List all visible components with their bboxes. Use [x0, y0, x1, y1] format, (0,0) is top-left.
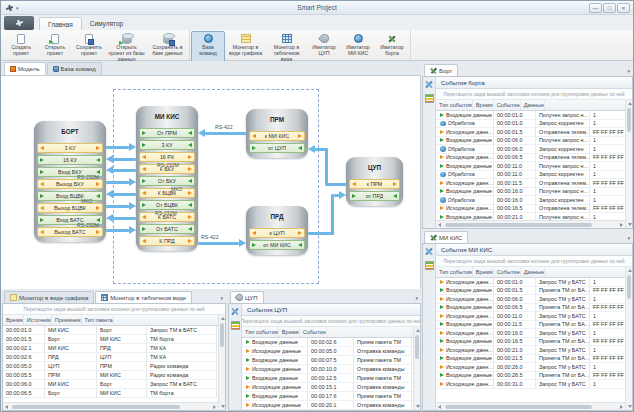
- group-by-hint[interactable]: Перетащите сюда мышкой заголовок колонки…: [436, 89, 632, 100]
- column-header[interactable]: Источник: [24, 315, 52, 325]
- quick-access-caret-icon[interactable]: ▾: [16, 5, 19, 11]
- block-port-row[interactable]: От БЦВК: [139, 200, 195, 210]
- tab-mikis[interactable]: МИ КИС: [424, 231, 468, 243]
- vertical-scrollbar[interactable]: [625, 267, 632, 410]
- column-header[interactable]: Приемник: [52, 315, 82, 325]
- event-row[interactable]: Исходящие данн... 00:00:21.0 Запрос ТМ у…: [436, 346, 625, 355]
- event-row[interactable]: Входящие данные 00:00:07.5 Прием пакета …: [242, 356, 413, 365]
- event-row[interactable]: Входящие данные 00:00:02.6 Прием пакета …: [242, 338, 413, 347]
- group-by-hint[interactable]: Перетащите сюда мышкой заголовок колонки…: [3, 304, 225, 315]
- event-row[interactable]: Исходящие данные 00:00:20.1 Отправка ком…: [242, 401, 413, 410]
- save-to-db-button[interactable]: Сохранить в базе данных: [147, 31, 188, 64]
- column-header[interactable]: Тип события: [436, 267, 473, 277]
- event-row[interactable]: Обработка 00:00:11.0 Запрос корректен 1: [436, 171, 625, 180]
- scrollbar-thumb[interactable]: [12, 405, 180, 409]
- graph-monitor-button[interactable]: Монитор в виде графика: [225, 31, 266, 64]
- ribbon-tab-glavnaya[interactable]: Главная: [39, 17, 82, 30]
- column-header[interactable]: Тип события: [242, 327, 279, 337]
- block-port-row[interactable]: 3 КУ: [37, 143, 103, 153]
- event-row[interactable]: Исходящие данн... 00:00:01.5 Отправлена …: [436, 128, 625, 137]
- application-menu-button[interactable]: [4, 16, 34, 30]
- dropdown-caret-icon[interactable]: ▾: [415, 295, 418, 301]
- block-port-row[interactable]: Выход БКУ: [37, 179, 103, 189]
- event-row[interactable]: Входящие данные 00:00:06.0 Получен запро…: [436, 137, 625, 146]
- scrollbar-thumb[interactable]: [415, 335, 419, 359]
- event-row[interactable]: Входящие данные 00:00:21.5 Принята ТМ от…: [436, 355, 625, 364]
- maximize-button[interactable]: □: [603, 3, 616, 13]
- packet-row[interactable]: 00:00:06.0 МИ КИС Борт Запрос ТМ в БАТС: [3, 380, 218, 389]
- board-simulator-button[interactable]: Имитатор борта: [375, 31, 409, 64]
- close-button[interactable]: ×: [617, 3, 630, 13]
- tab-bort[interactable]: Борт: [424, 64, 458, 76]
- event-row[interactable]: Исходящие данн... 00:00:16.5 Отправлена …: [436, 205, 625, 214]
- block-port-row[interactable]: К ПРД: [139, 236, 195, 246]
- horizontal-scrollbar[interactable]: [436, 402, 625, 410]
- scrollbar-thumb[interactable]: [445, 223, 592, 227]
- block-port-row[interactable]: 16 РК: [139, 152, 195, 162]
- scrollbar-thumb[interactable]: [627, 108, 631, 132]
- tab-command-base[interactable]: База команд: [47, 62, 102, 75]
- event-row[interactable]: Входящие данные 00:00:11.0 Получен запро…: [436, 162, 625, 171]
- tools-icon[interactable]: [231, 307, 240, 316]
- event-row[interactable]: Входящие данные 00:00:12.5 Прием пакета …: [242, 374, 413, 383]
- legend-icon[interactable]: [425, 94, 434, 103]
- event-row[interactable]: Исходящие данн... 00:00:16.0 Запрос ТМ у…: [436, 329, 625, 338]
- event-row[interactable]: Входящие данные 00:00:21.0 Получен запро…: [436, 213, 625, 220]
- packet-row[interactable]: 00:00:02.1 МИ КИС ПРД ТМ КА: [3, 344, 218, 353]
- event-row[interactable]: Входящие данные 00:00:11.5 Принята ТМ от…: [436, 321, 625, 330]
- open-project-from-db-button[interactable]: Открыть проект из базы данных: [106, 31, 147, 64]
- event-row[interactable]: Исходящие данн... 00:00:06.0 Запрос ТМ у…: [436, 295, 625, 304]
- column-header[interactable]: Тип пакета: [82, 315, 114, 325]
- event-row[interactable]: Обработка 00:00:06.0 Запрос корректен 1: [436, 145, 625, 154]
- block-port-row[interactable]: от МИ КИС: [249, 240, 305, 250]
- dropdown-caret-icon[interactable]: ▾: [627, 68, 630, 74]
- column-header[interactable]: Время: [473, 267, 494, 277]
- column-header[interactable]: Событие: [494, 100, 521, 110]
- packet-row[interactable]: 00:00:06.5 Борт МИ КИС ТМ борта: [3, 389, 218, 398]
- block-port-row[interactable]: От БАТС: [139, 224, 195, 234]
- event-row[interactable]: Входящие данные 00:00:17.6 Прием пакета …: [242, 392, 413, 401]
- scrollbar-thumb[interactable]: [445, 405, 592, 409]
- column-header[interactable]: Данные: [521, 267, 545, 277]
- diagram-block-mikis[interactable]: МИ КИС От ПРМ 3 КУ: [136, 106, 198, 251]
- event-row[interactable]: Входящие данные 00:00:06.5 Принята ТМ от…: [436, 304, 625, 313]
- block-port-row[interactable]: К БЦВК: [139, 188, 195, 198]
- vertical-scrollbar[interactable]: [625, 100, 632, 228]
- vertical-scrollbar[interactable]: [413, 327, 420, 410]
- event-row[interactable]: Исходящие данные 00:00:10.0 Отправка ком…: [242, 365, 413, 374]
- column-header[interactable]: Время: [279, 327, 300, 337]
- vertical-scrollbar[interactable]: [218, 315, 225, 410]
- column-header[interactable]: Событие: [494, 267, 521, 277]
- diagram-block-prm[interactable]: ПРМ к МИ КИС от ЦУП: [246, 109, 308, 158]
- horizontal-scrollbar[interactable]: [3, 402, 218, 410]
- event-row[interactable]: Исходящие данн... 00:00:01.0 Запрос ТМ у…: [436, 278, 625, 287]
- column-header[interactable]: Тип события: [436, 100, 473, 110]
- scrollbar-thumb[interactable]: [220, 323, 224, 347]
- tab-table-monitor[interactable]: Монитор в табличном виде: [95, 291, 192, 303]
- horizontal-scrollbar[interactable]: [436, 220, 625, 228]
- event-row[interactable]: Исходящие данн... 00:00:06.5 Отправлена …: [436, 154, 625, 163]
- scrollbar-thumb[interactable]: [627, 275, 631, 299]
- block-port-row[interactable]: к ПРМ: [349, 179, 400, 189]
- event-row[interactable]: Входящие данные 00:00:16.0 Получен запро…: [436, 188, 625, 197]
- cup-simulator-button[interactable]: Имитатор ЦУП: [307, 31, 341, 64]
- legend-icon[interactable]: [231, 321, 240, 330]
- event-row[interactable]: Входящие данные 00:00:01.5 Принята ТМ от…: [436, 287, 625, 296]
- mikis-simulator-button[interactable]: Имитатор МИ КИС: [341, 31, 375, 64]
- column-header[interactable]: Время: [3, 315, 24, 325]
- event-row[interactable]: Входящие данные 00:00:26.5 Принята ТМ от…: [436, 372, 625, 381]
- diagram-block-cup[interactable]: ЦУП к ПРМ от ПРД: [346, 157, 403, 206]
- column-header[interactable]: Событие: [300, 327, 327, 337]
- packet-row[interactable]: 00:00:05.5 ПРМ МИ КИС Радио команда: [3, 371, 218, 380]
- save-project-button[interactable]: Сохранить проект: [72, 31, 106, 64]
- dropdown-caret-icon[interactable]: ▾: [220, 295, 223, 301]
- tools-icon[interactable]: [425, 80, 434, 89]
- packet-row[interactable]: 00:00:05.0 ЦУП ПРМ Радио команда: [3, 362, 218, 371]
- block-port-row[interactable]: к МИ КИС: [249, 131, 305, 141]
- new-project-button[interactable]: Создать проект: [4, 31, 38, 64]
- group-by-hint[interactable]: Перетащите сюда мышкой заголовок колонки…: [242, 316, 420, 327]
- ribbon-tab-simulyator[interactable]: Симулятор: [82, 17, 131, 30]
- block-port-row[interactable]: к ЦУП: [249, 228, 305, 238]
- event-row[interactable]: Исходящие данн... 00:00:31.0 Запрос ТМ у…: [436, 380, 625, 389]
- block-port-row[interactable]: 3 КУ: [139, 140, 195, 150]
